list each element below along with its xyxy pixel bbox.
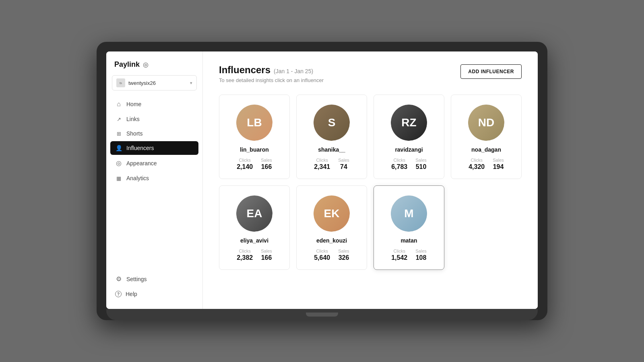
sidebar-label-settings: Settings xyxy=(126,276,147,282)
influencer-stats: Clicks 2,382 Sales 166 xyxy=(237,249,272,261)
sales-label: Sales xyxy=(415,249,427,253)
sidebar-item-home[interactable]: ⌂ Home xyxy=(110,97,198,111)
stat-clicks: Clicks 2,341 xyxy=(314,158,330,171)
sidebar-logo: Paylink ◎ xyxy=(106,51,202,75)
app-name: Paylink xyxy=(114,60,140,69)
clicks-value: 6,783 xyxy=(391,163,407,171)
sales-value: 510 xyxy=(416,163,427,171)
laptop-base xyxy=(106,309,538,320)
clicks-value: 4,320 xyxy=(469,163,485,171)
link-icon: ↗ xyxy=(115,116,122,122)
stat-clicks: Clicks 4,320 xyxy=(469,158,485,171)
clicks-label: Clicks xyxy=(471,158,483,162)
clicks-value: 2,140 xyxy=(237,163,253,171)
influencer-stats: Clicks 2,140 Sales 166 xyxy=(237,158,272,171)
influencer-name: eden_kouzi xyxy=(316,237,347,244)
sales-value: 108 xyxy=(416,254,427,261)
influencer-stats: Clicks 6,783 Sales 510 xyxy=(391,158,427,171)
stat-sales: Sales 74 xyxy=(338,158,349,171)
influencer-name: matan xyxy=(400,237,417,244)
clicks-label: Clicks xyxy=(239,158,251,162)
clicks-label: Clicks xyxy=(394,158,405,162)
laptop-screen: Paylink ◎ ts twentysix26 ▾ ⌂ Home ↗ Link… xyxy=(106,51,538,309)
appearance-icon: ◎ xyxy=(115,159,122,167)
clicks-value: 1,542 xyxy=(391,254,407,261)
influencer-card-eliya_avivi[interactable]: EA eliya_avivi Clicks 2,382 Sales 166 xyxy=(219,185,290,270)
sidebar-item-shorts[interactable]: ⊞ Shorts xyxy=(110,127,198,140)
settings-icon: ⚙ xyxy=(115,275,122,283)
page-header: Influencers (Jan 1 - Jan 25) To see deta… xyxy=(219,64,522,83)
sales-label: Sales xyxy=(493,158,504,162)
clicks-label: Clicks xyxy=(394,249,405,253)
chevron-down-icon: ▾ xyxy=(190,80,192,86)
sidebar-item-influencers[interactable]: 👤 Influencers xyxy=(110,141,198,155)
sales-label: Sales xyxy=(415,158,427,162)
avatar-placeholder: LB xyxy=(236,105,272,141)
home-icon: ⌂ xyxy=(115,101,122,108)
page-subtitle: To see detailed insights click on an inf… xyxy=(219,77,324,83)
avatar-placeholder: ND xyxy=(468,105,504,141)
page-date-range: (Jan 1 - Jan 25) xyxy=(274,68,313,74)
sales-label: Sales xyxy=(338,158,349,162)
page-title-text: Influencers xyxy=(219,64,270,76)
influencer-name: noa_dagan xyxy=(471,146,501,153)
clicks-value: 2,382 xyxy=(237,254,253,261)
sidebar-label-analytics: Analytics xyxy=(126,175,149,181)
avatar-placeholder: EK xyxy=(314,195,350,232)
laptop-frame: Paylink ◎ ts twentysix26 ▾ ⌂ Home ↗ Link… xyxy=(97,42,547,320)
stat-clicks: Clicks 2,140 xyxy=(237,158,253,171)
influencer-avatar: EK xyxy=(314,195,350,232)
sales-value: 166 xyxy=(261,254,272,261)
stat-sales: Sales 510 xyxy=(415,158,427,171)
sidebar-label-home: Home xyxy=(126,101,141,107)
influencer-card-shanika__[interactable]: S shanika__ Clicks 2,341 Sales 74 xyxy=(296,95,367,179)
stat-sales: Sales 194 xyxy=(493,158,504,171)
workspace-name: twentysix26 xyxy=(128,80,187,86)
sales-label: Sales xyxy=(338,249,349,253)
sidebar-item-help[interactable]: ? Help xyxy=(110,287,198,301)
sidebar-label-help: Help xyxy=(126,291,137,297)
influencer-name: ravidzangi xyxy=(395,146,423,153)
influencer-avatar: LB xyxy=(236,105,272,141)
sidebar-item-settings[interactable]: ⚙ Settings xyxy=(110,272,198,286)
grid-icon: ⊞ xyxy=(115,131,122,137)
sidebar-bottom: ⚙ Settings ? Help xyxy=(106,267,202,309)
stat-clicks: Clicks 1,542 xyxy=(391,249,407,261)
influencer-card-lin_buaron[interactable]: LB lin_buaron Clicks 2,140 Sales 166 xyxy=(219,95,290,179)
influencer-card-matan[interactable]: M matan Clicks 1,542 Sales 108 xyxy=(374,185,444,270)
influencer-stats: Clicks 4,320 Sales 194 xyxy=(469,158,504,171)
clicks-value: 2,341 xyxy=(314,163,330,171)
sidebar: Paylink ◎ ts twentysix26 ▾ ⌂ Home ↗ Link… xyxy=(106,51,203,309)
sales-label: Sales xyxy=(261,249,272,253)
sidebar-label-appearance: Appearance xyxy=(126,160,157,167)
sales-value: 74 xyxy=(340,163,347,171)
influencer-stats: Clicks 1,542 Sales 108 xyxy=(391,249,427,261)
stat-clicks: Clicks 2,382 xyxy=(237,249,253,261)
influencer-name: eliya_avivi xyxy=(240,237,268,244)
sidebar-item-links[interactable]: ↗ Links xyxy=(110,112,198,126)
influencer-avatar: EA xyxy=(236,195,272,232)
influencer-card-eden_kouzi[interactable]: EK eden_kouzi Clicks 5,640 Sales 326 xyxy=(296,185,367,270)
stat-sales: Sales 166 xyxy=(261,249,272,261)
laptop-notch xyxy=(306,313,338,317)
sidebar-item-analytics[interactable]: ▦ Analytics xyxy=(110,171,198,185)
influencer-avatar: M xyxy=(391,195,427,232)
sales-label: Sales xyxy=(261,158,272,162)
clicks-label: Clicks xyxy=(316,249,328,253)
avatar-placeholder: EA xyxy=(236,195,272,232)
stat-sales: Sales 166 xyxy=(261,158,272,171)
influencer-card-ravidzangi[interactable]: RZ ravidzangi Clicks 6,783 Sales 510 xyxy=(374,95,444,179)
main-content: Influencers (Jan 1 - Jan 25) To see deta… xyxy=(203,51,538,309)
workspace-selector[interactable]: ts twentysix26 ▾ xyxy=(112,75,197,90)
clicks-label: Clicks xyxy=(239,249,251,253)
influencer-card-noa_dagan[interactable]: ND noa_dagan Clicks 4,320 Sales 194 xyxy=(451,95,522,179)
influencer-name: shanika__ xyxy=(318,146,345,153)
sidebar-item-appearance[interactable]: ◎ Appearance xyxy=(110,156,198,171)
add-influencer-button[interactable]: ADD INFLUENCER xyxy=(460,64,522,79)
sidebar-label-influencers: Influencers xyxy=(126,145,154,151)
help-icon: ? xyxy=(115,291,122,297)
analytics-icon: ▦ xyxy=(115,175,122,181)
influencer-stats: Clicks 5,640 Sales 326 xyxy=(314,249,349,261)
stat-clicks: Clicks 5,640 xyxy=(314,249,330,261)
page-title: Influencers (Jan 1 - Jan 25) xyxy=(219,64,324,76)
